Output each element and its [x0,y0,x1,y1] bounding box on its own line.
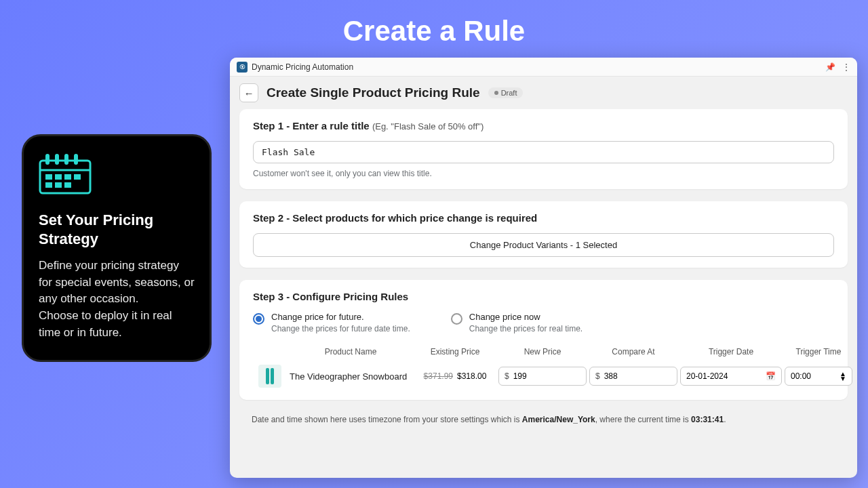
radio-now[interactable]: Change price now Change the prices for r… [451,312,583,333]
col-time: Trigger Time [785,347,852,357]
dollar-icon: $ [595,371,600,381]
trigger-date-value: 20-01-2024 [686,371,728,381]
radio-now-label: Change price now [469,312,583,322]
status-dot-icon [494,91,498,95]
col-product: Product Name [290,347,412,357]
step2-card: Step 2 - Select products for which price… [239,201,848,268]
app-icon: ⦿ [237,62,248,73]
compare-at-field[interactable] [604,371,671,381]
radio-future-label: Change price for future. [271,312,410,322]
col-date: Trigger Date [680,347,782,357]
trigger-time-value: 00:00 [791,371,811,381]
rule-title-input[interactable] [253,141,834,163]
back-button[interactable]: ← [239,83,258,102]
trigger-date-input[interactable]: 20-01-2024 📅 [680,367,782,386]
col-existing: Existing Price [414,347,496,357]
status-text: Draft [501,89,517,97]
new-price-field[interactable] [513,371,580,381]
app-window: ⦿ Dynamic Pricing Automation 📌 ⋮ ← Creat… [230,58,857,478]
pin-icon[interactable]: 📌 [825,62,835,72]
table-row: The Videographer Snowboard $371.99$318.0… [253,365,834,388]
old-price: $371.99 [424,371,453,381]
change-variants-button[interactable]: Change Product Variants - 1 Selected [253,233,834,257]
tz-time: 03:31:41 [691,415,724,424]
calendar-icon[interactable]: 📅 [766,371,776,381]
step3-card: Step 3 - Configure Pricing Rules Change … [239,280,848,400]
compare-at-input[interactable]: $ [589,367,677,386]
svg-rect-9 [74,174,81,180]
new-price-input[interactable]: $ [498,367,587,386]
radio-future-circle[interactable] [253,313,264,325]
rule-header: Create Single Product Pricing Rule [267,85,480,100]
svg-rect-4 [64,154,68,165]
svg-rect-3 [55,154,59,165]
radio-future-sub: Change the prices for future date time. [271,324,410,333]
tz-zone: America/New_York [522,415,595,424]
app-title: Dynamic Pricing Automation [252,62,353,72]
step1-helper: Customer won't see it, only you can view… [253,169,834,178]
step1-hint: (Eg. "Flash Sale of 50% off") [372,121,484,131]
promo-heading: Set Your Pricing Strategy [39,211,195,248]
promo-body: Define your pricing strategy for special… [39,258,195,341]
table-header: Product Name Existing Price New Price Co… [253,347,834,365]
svg-rect-7 [55,174,62,180]
product-thumb [258,365,281,388]
trigger-time-input[interactable]: 00:00 ▲▼ [785,367,852,386]
step1-title: Step 1 - Enter a rule title (Eg. "Flash … [253,120,834,131]
price-table: Product Name Existing Price New Price Co… [253,347,834,388]
tz-mid: , where the current time is [595,415,691,424]
product-name: The Videographer Snowboard [290,371,412,382]
stepper-icon[interactable]: ▲▼ [840,371,846,381]
status-badge: Draft [488,87,524,98]
page-title: Create a Rule [0,0,868,47]
calendar-pricing-icon [39,152,195,201]
promo-line1: Define your pricing strategy for special… [39,259,195,305]
step1-title-text: Step 1 - Enter a rule title [253,120,372,131]
step3-title: Step 3 - Configure Pricing Rules [253,291,834,302]
tz-prefix: Date and time shown here uses timezone f… [252,415,522,424]
existing-price: $371.99$318.00 [414,371,496,381]
col-compare: Compare At [589,347,677,357]
svg-rect-10 [45,182,52,188]
app-titlebar: ⦿ Dynamic Pricing Automation 📌 ⋮ [230,58,857,77]
step1-card: Step 1 - Enter a rule title (Eg. "Flash … [239,109,848,189]
svg-rect-5 [74,154,78,165]
radio-now-circle[interactable] [451,313,462,325]
radio-now-sub: Change the prices for real time. [469,324,583,333]
dollar-icon: $ [505,371,509,381]
svg-rect-8 [64,174,71,180]
svg-rect-6 [45,174,52,180]
col-new: New Price [498,347,587,357]
svg-rect-11 [55,182,62,188]
more-icon[interactable]: ⋮ [842,62,850,72]
promo-line2: Choose to deploy it in real time or in f… [39,309,172,339]
svg-rect-2 [45,154,50,165]
svg-rect-12 [64,182,71,188]
current-price: $318.00 [457,371,486,381]
timezone-note: Date and time shown here uses timezone f… [230,412,857,424]
tz-suffix: . [724,415,726,424]
step2-title: Step 2 - Select products for which price… [253,212,834,224]
app-header: ← Create Single Product Pricing Rule Dra… [230,77,857,109]
promo-card: Set Your Pricing Strategy Define your pr… [22,134,212,362]
radio-future[interactable]: Change price for future. Change the pric… [253,312,410,333]
